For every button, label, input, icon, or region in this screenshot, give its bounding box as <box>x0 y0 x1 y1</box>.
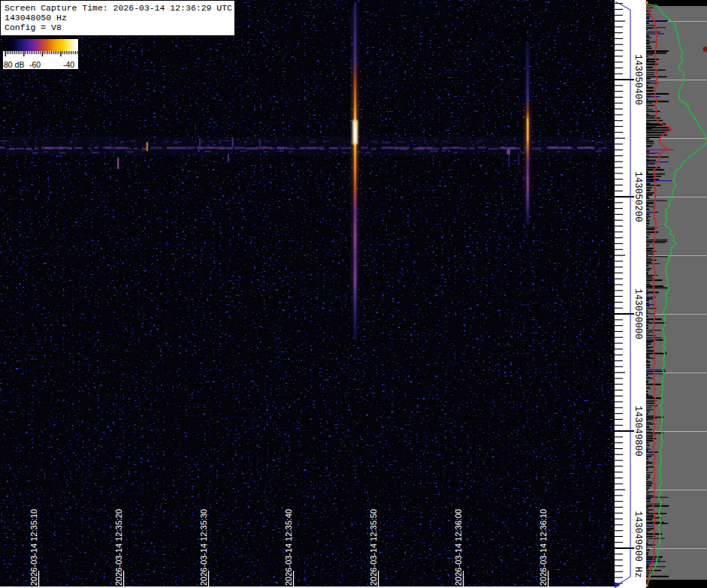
svg-text:-40: -40 <box>63 60 74 69</box>
svg-text:2026-03-14 12:35:40: 2026-03-14 12:35:40 <box>284 509 293 586</box>
svg-text:143050400: 143050400 <box>633 54 643 105</box>
svg-text:143048050 Hz: 143048050 Hz <box>5 13 67 23</box>
svg-text:143049800: 143049800 <box>633 406 643 457</box>
svg-text:Screen Capture Time: 2026-03-1: Screen Capture Time: 2026-03-14 12:36:29… <box>5 3 232 13</box>
svg-text:143050000: 143050000 <box>633 288 643 339</box>
svg-text:143049600: 143049600 <box>633 511 643 562</box>
svg-text:2026-03-14 12:35:20: 2026-03-14 12:35:20 <box>114 509 123 586</box>
svg-text:2026-03-14 12:35:50: 2026-03-14 12:35:50 <box>369 509 378 586</box>
svg-text:2026-03-14 12:36:10: 2026-03-14 12:36:10 <box>539 509 548 586</box>
svg-text:Hz: Hz <box>633 566 643 577</box>
svg-text:2026-03-14 12:35:10: 2026-03-14 12:35:10 <box>29 509 38 586</box>
svg-text:Config = V8: Config = V8 <box>5 23 62 32</box>
svg-text:2026-03-14 12:36:00: 2026-03-14 12:36:00 <box>454 509 463 586</box>
svg-text:2026-03-14 12:35:30: 2026-03-14 12:35:30 <box>199 509 208 586</box>
svg-text:-80 dB: -80 dB <box>2 60 25 69</box>
svg-text:143050200: 143050200 <box>633 171 643 222</box>
svg-text:-60: -60 <box>29 60 41 69</box>
